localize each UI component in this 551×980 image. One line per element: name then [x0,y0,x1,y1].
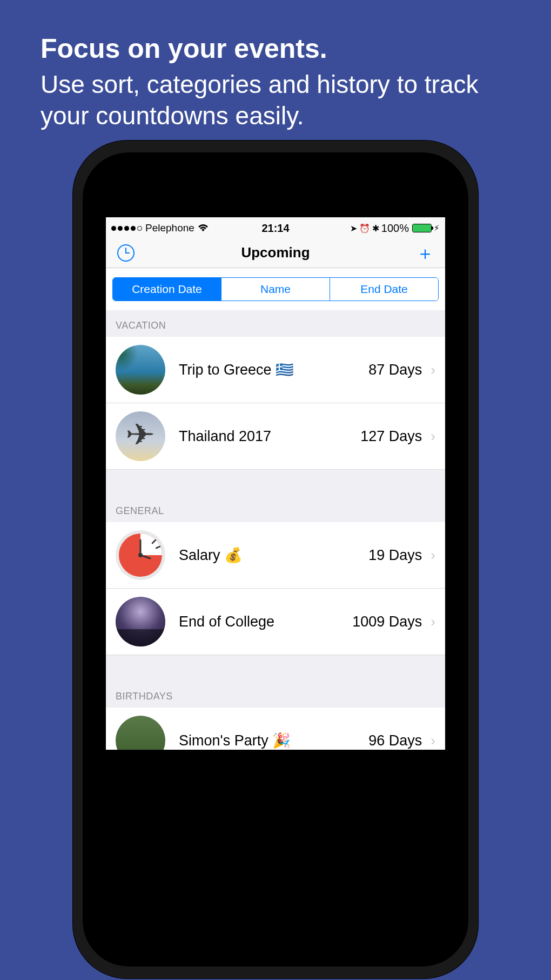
nav-bar: Upcoming ＋ [106,238,445,268]
event-days: 19 Days [368,547,422,564]
status-left: Pelephone [111,222,261,235]
event-days: 96 Days [368,732,422,749]
status-time: 21:14 [261,222,289,235]
add-button[interactable]: ＋ [416,244,434,262]
charging-icon: ⚡︎ [434,223,440,233]
app-screen: Pelephone 21:14 ➤ ⏰ ✱ 100% ⚡︎ [106,217,445,750]
event-thumbnail [116,345,165,395]
chevron-right-icon: › [431,362,435,378]
phone-inner: Pelephone 21:14 ➤ ⏰ ✱ 100% ⚡︎ [83,152,468,966]
event-thumbnail [116,597,165,646]
event-thumbnail [116,411,165,461]
event-row[interactable]: End of College 1009 Days › [106,589,445,655]
promo-subtitle: Use sort, categories and history to trac… [41,69,510,131]
promo-title: Focus on your events. [41,32,510,65]
segment-creation-date[interactable]: Creation Date [113,278,221,301]
chevron-right-icon: › [431,547,435,564]
wifi-icon [198,222,209,235]
event-thumbnail [116,716,165,750]
segment-end-date[interactable]: End Date [330,278,438,301]
event-row[interactable]: Simon's Party 🎉 96 Days › [106,708,445,750]
section-header-birthdays: BIRTHDAYS [106,681,445,708]
chevron-right-icon: › [431,732,435,749]
chevron-right-icon: › [431,428,435,445]
status-right: ➤ ⏰ ✱ 100% ⚡︎ [290,222,440,235]
sort-segmented-control[interactable]: Creation Date Name End Date [112,277,439,301]
event-name: Salary 💰 [179,546,368,564]
section-header-general: GENERAL [106,496,445,522]
event-days: 1009 Days [352,614,422,630]
event-days: 127 Days [360,428,422,445]
event-days: 87 Days [368,362,422,378]
event-row[interactable]: Trip to Greece 🇬🇷 87 Days › [106,337,445,403]
event-name: End of College [179,614,352,630]
location-icon: ➤ [350,223,357,234]
event-row[interactable]: Thailand 2017 127 Days › [106,403,445,470]
event-row[interactable]: Salary 💰 19 Days › [106,522,445,589]
status-bar: Pelephone 21:14 ➤ ⏰ ✱ 100% ⚡︎ [106,217,445,238]
signal-icon [111,226,142,231]
event-name: Trip to Greece 🇬🇷 [179,361,368,378]
chevron-right-icon: › [431,614,435,630]
event-thumbnail [116,530,165,580]
alarm-icon: ⏰ [359,223,370,234]
battery-icon [412,224,432,232]
phone-frame: Pelephone 21:14 ➤ ⏰ ✱ 100% ⚡︎ [73,141,478,978]
carrier-label: Pelephone [145,222,194,234]
history-button[interactable] [117,244,135,262]
section-gap [106,655,445,681]
section-header-vacation: VACATION [106,310,445,337]
segment-name[interactable]: Name [221,278,330,301]
promo-block: Focus on your events. Use sort, categori… [0,0,551,131]
event-name: Thailand 2017 [179,428,360,445]
bluetooth-icon: ✱ [372,223,379,234]
section-gap [106,470,445,496]
event-name: Simon's Party 🎉 [179,732,368,749]
battery-percent: 100% [381,222,409,235]
nav-title: Upcoming [241,244,310,261]
